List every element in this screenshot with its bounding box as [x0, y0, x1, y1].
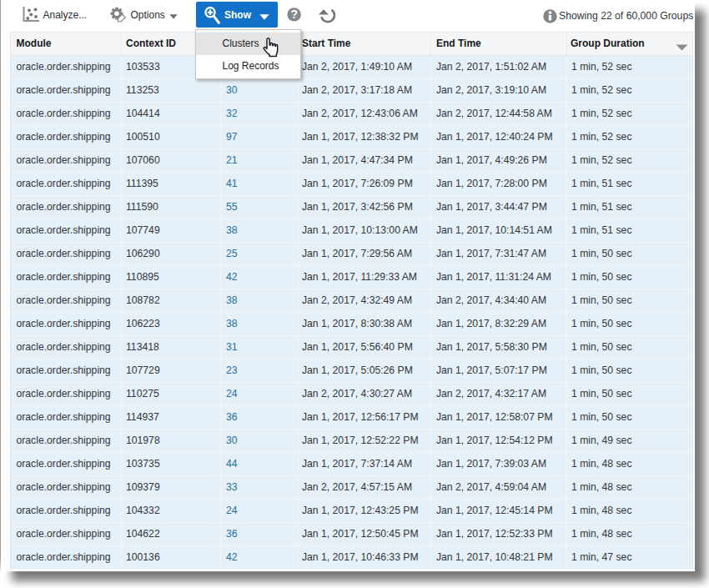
svg-text:?: ?: [290, 8, 298, 21]
